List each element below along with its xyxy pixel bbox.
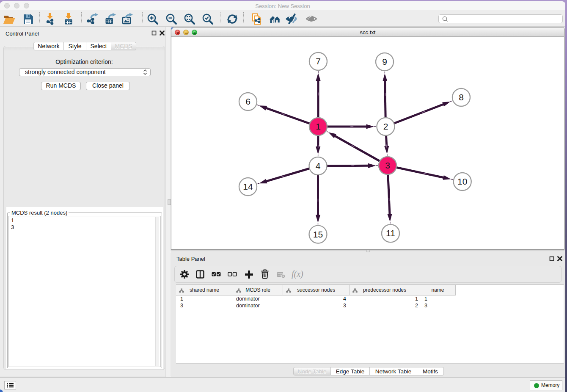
svg-text:6: 6	[245, 97, 250, 106]
svg-text:1: 1	[316, 121, 321, 131]
svg-text:9: 9	[382, 57, 387, 66]
svg-text:2: 2	[383, 121, 388, 131]
svg-text:4: 4	[316, 161, 321, 171]
svg-text:15: 15	[313, 229, 323, 239]
svg-text:8: 8	[459, 92, 464, 102]
svg-text:3: 3	[385, 160, 390, 170]
svg-text:14: 14	[243, 182, 253, 191]
svg-text:10: 10	[457, 177, 467, 186]
svg-text:11: 11	[386, 228, 395, 238]
svg-text:7: 7	[316, 56, 321, 66]
